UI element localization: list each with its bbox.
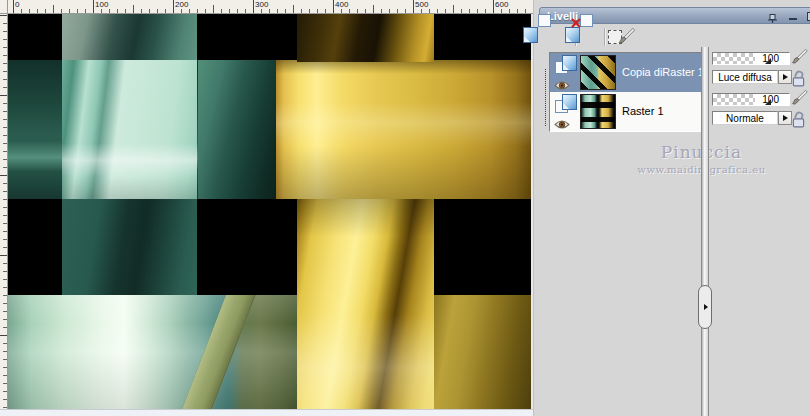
chevron-right-icon <box>704 304 708 310</box>
lock-open-icon[interactable] <box>791 70 806 87</box>
ruler-tick-label: 200 <box>175 0 188 9</box>
horizontal-ruler[interactable]: 0 100 200 300 400 500 600 <box>8 0 533 14</box>
opacity-slider-layer-1[interactable]: 100 <box>712 52 790 65</box>
artwork-vertical-teal-band-lower <box>62 199 197 295</box>
layer-row-raster-1[interactable]: Raster 1 <box>550 92 703 131</box>
canvas-bottom-edge <box>0 409 533 416</box>
opacity-slider-layer-2[interactable]: 100 <box>712 93 790 106</box>
brush-icon <box>618 27 636 45</box>
layer-type-icon <box>555 94 577 113</box>
edit-selection-button[interactable] <box>608 27 636 48</box>
blend-mode-select-layer-2[interactable]: Normale <box>712 111 778 125</box>
artwork-bottom-mint-band <box>8 295 298 409</box>
pin-icon[interactable] <box>767 11 778 22</box>
ruler-tick-label: 100 <box>95 0 108 9</box>
layer-thumbnail[interactable] <box>580 94 616 129</box>
blend-mode-dropdown-arrow[interactable] <box>778 70 792 84</box>
image-canvas[interactable] <box>8 14 531 409</box>
layer-row-copia-di-raster-1[interactable]: Copia diRaster 1 <box>550 53 703 92</box>
opacity-slider-thumb[interactable] <box>765 58 771 64</box>
ruler-tick-label: 400 <box>335 0 348 9</box>
artwork-horizontal-gold-band <box>276 60 531 199</box>
ruler-tick-label: 600 <box>495 0 508 9</box>
artwork-horizontal-teal-band-diagonal <box>198 60 282 199</box>
layer-thumbnail[interactable] <box>580 55 616 90</box>
blend-mode-select-layer-1[interactable]: Luce diffusa <box>712 70 778 84</box>
toolbar-separator <box>604 28 606 46</box>
artwork-vertical-gold-band-lower <box>297 199 434 409</box>
delete-layer-button[interactable] <box>580 27 604 48</box>
brush-icon <box>791 89 809 106</box>
red-x-icon <box>570 17 582 29</box>
layer-type-icon <box>555 55 577 74</box>
blend-mode-dropdown-arrow[interactable] <box>778 111 792 125</box>
ruler-tick-label: 0 <box>15 0 19 9</box>
artwork-bottom-gold-band <box>434 295 531 409</box>
vertical-ruler[interactable] <box>0 14 8 409</box>
opacity-slider-thumb[interactable] <box>765 99 771 105</box>
canvas-area: 0 100 200 300 400 500 600 <box>0 0 533 416</box>
ruler-corner <box>0 0 8 14</box>
brush-icon <box>791 48 809 65</box>
splitter-collapse-handle[interactable] <box>698 285 712 329</box>
opacity-checker-track <box>713 94 755 105</box>
layer-list: Copia diRaster 1 Raster 1 <box>549 52 704 132</box>
application-window: 0 100 200 300 400 500 600 Livell <box>0 0 810 416</box>
artwork-vertical-gold-band-top <box>297 14 434 62</box>
layer-name[interactable]: Raster 1 <box>622 105 664 117</box>
visibility-eye-icon[interactable] <box>554 116 570 134</box>
ruler-tick-label: 300 <box>255 0 268 9</box>
layer-link-bracket <box>545 69 548 126</box>
artwork-vertical-teal-band-middle <box>62 60 197 199</box>
opacity-checker-track <box>713 53 755 64</box>
minimize-icon[interactable] <box>789 18 797 20</box>
panel-splitter[interactable] <box>701 47 709 416</box>
ruler-tick-label: 500 <box>415 0 428 9</box>
lock-open-icon[interactable] <box>791 111 806 128</box>
layer-name[interactable]: Copia diRaster 1 <box>622 66 704 78</box>
artwork-vertical-teal-band-top <box>62 14 197 62</box>
right-workspace: Livelli <box>533 0 810 416</box>
